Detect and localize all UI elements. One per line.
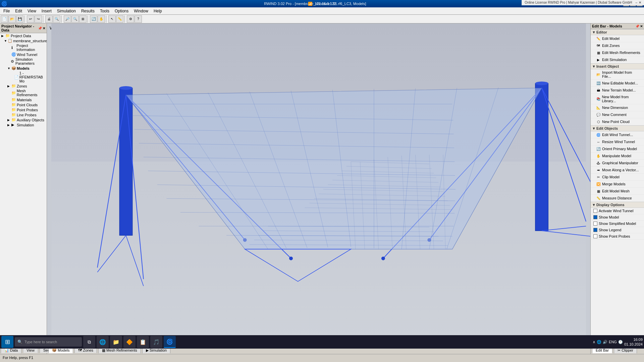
new-point-cloud-item[interactable]: ⬡ New Point Cloud [591,118,644,125]
chrome-btn[interactable]: 🔶 [123,336,136,348]
tb-zoom-out[interactable]: 🔍 [71,15,79,23]
expand-sim[interactable]: ▶ [7,123,11,127]
expand-zones[interactable]: ▶ [7,84,11,88]
tree-wind-tunnel[interactable]: 🌀 Wind Tunnel [0,52,47,57]
show-model-checkbox[interactable] [593,215,597,219]
tb-settings[interactable]: ⚙ [127,15,134,23]
tb-preview[interactable]: 🔍 [53,15,60,23]
left-panel-pin[interactable]: 📌 [38,26,42,30]
license-close[interactable]: ✕ [639,1,641,4]
tree-aux-objects[interactable]: ▶ 📁 Auxiliary Objects [0,117,47,122]
rwind-taskbar-btn[interactable]: 🌀 [164,336,176,348]
menu-file[interactable]: File [1,8,12,14]
edit-wind-tunnel-item[interactable]: 🌀 Edit Wind Tunnel... [591,131,644,138]
expand-aux[interactable]: ▶ [7,118,11,122]
tree-zones[interactable]: ▶ 📁 Zones [0,83,47,88]
tb-help[interactable]: ? [135,15,142,23]
import-model-item[interactable]: 📂 Import Model from File... [591,69,644,80]
show-model-item[interactable]: Show Model [591,214,644,221]
menu-window[interactable]: Window [131,8,151,14]
tree-point-clouds[interactable]: 📁 Point Clouds [0,102,47,107]
edit-simulation-item[interactable]: ▶ Edit Simulation [591,56,644,63]
tree-point-probes[interactable]: 📁 Point Probes [0,107,47,112]
new-terrain-item[interactable]: 🏔 New Terrain Model... [591,87,644,94]
start-button[interactable]: ⊞ [1,336,13,348]
show-simplified-item[interactable]: Show Simplified Model [591,221,644,227]
tree-mesh-refinements[interactable]: 📁 Mesh Refinements [0,88,47,97]
tree-simulation[interactable]: ▶ ▶ Simulation [0,122,47,127]
menu-view[interactable]: View [25,8,39,14]
tree-rfem-model[interactable]: 📄 1 - RFEM/RSTAB Mo [0,71,47,83]
menu-simulation[interactable]: Simulation [54,8,78,14]
tree-line-probes[interactable]: 📁 Line Probes [0,112,47,117]
expand-display[interactable]: ▼ [592,203,596,207]
tb-zoom-in[interactable]: 🔎 [64,15,71,23]
rp-close[interactable]: ✕ [640,24,643,28]
edit-zones-item[interactable]: 🗺 Edit Zones [591,42,644,49]
rp-pin[interactable]: 📌 [635,24,639,28]
new-editable-item[interactable]: 🆕 New Editable Model... [591,80,644,87]
menu-results[interactable]: Results [78,8,97,14]
activate-wind-tunnel-item[interactable]: Activate Wind Tunnel [591,208,644,214]
tree-materials[interactable]: 📁 Materials [0,97,47,102]
store-btn[interactable]: 📋 [137,336,149,348]
expand-membrane[interactable]: ▼ [4,39,7,43]
edge-btn[interactable]: 🌐 [97,336,109,348]
measure-distance-item[interactable]: 📏 Measure Distance [591,195,644,202]
expand-edit-obj[interactable]: ▼ [592,126,596,130]
tb-fit[interactable]: ⊞ [79,15,87,23]
expand-insert[interactable]: ▼ [592,64,596,68]
tb-open[interactable]: 📂 [8,15,16,23]
tree-membrane[interactable]: ▼ 📋 membrane_structure1 [0,38,47,43]
expand-editor[interactable]: ▼ [592,30,596,34]
expand-project[interactable]: ▶ [1,34,5,38]
move-vector-item[interactable]: ➡ Move Along a Vector... [591,167,644,174]
tb-save[interactable]: 💾 [16,15,23,23]
menu-options[interactable]: Options [112,8,131,14]
new-comment-item[interactable]: 💬 New Comment [591,111,644,118]
show-probes-checkbox[interactable] [593,234,597,238]
tree-project-data[interactable]: ▶ 📁 Project Data [0,33,47,38]
tb-pan[interactable]: ✋ [98,15,105,23]
edit-model-item[interactable]: ✏️ Edit Model [591,35,644,42]
tb-new[interactable]: 📄 [1,15,8,23]
task-view-btn[interactable]: ⧉ [83,336,95,348]
media-btn[interactable]: 🎵 [150,336,162,348]
tb-undo[interactable]: ↩ [27,15,34,23]
new-library-item[interactable]: 📚 New Model from Library... [591,94,644,104]
tray-up-icon[interactable]: ∧ [593,340,595,344]
edit-mesh-item[interactable]: ▦ Edit Mesh Refinements [591,49,644,56]
graphical-manipulator-item[interactable]: 🕹 Graphical Manipulator [591,160,644,167]
show-legend-item[interactable]: Show Legend [591,227,644,233]
menu-insert[interactable]: Insert [39,8,54,14]
show-legend-checkbox[interactable] [593,228,597,232]
tree-sim-params[interactable]: ⚙ Simulation Parameters [0,57,47,66]
tree-models[interactable]: ▼ 📦 Models [0,66,47,71]
clip-model-item[interactable]: ✂ Clip Model [591,174,644,181]
edit-model-mesh-item[interactable]: ▦ Edit Model Mesh [591,188,644,195]
clipper-tab-label: Clipper [622,348,633,352]
license-min[interactable]: – [635,1,637,4]
activate-wind-checkbox[interactable] [593,209,597,213]
tb-select[interactable]: ↖ [108,15,116,23]
tb-rotate[interactable]: 🔄 [90,15,97,23]
left-panel-close[interactable]: ✕ [43,26,45,30]
manipulate-model-item[interactable]: ✋ Manipulate Model [591,153,644,160]
search-placeholder[interactable]: Type here to search [24,340,57,344]
expand-models[interactable]: ▼ [7,67,11,70]
tb-redo[interactable]: ↪ [35,15,42,23]
tree-project-info[interactable]: ℹ Project Information [0,43,47,52]
file-explorer-btn[interactable]: 📁 [110,336,122,348]
show-simplified-checkbox[interactable] [593,222,597,226]
viewport[interactable]: Wind Tunnel Dimensions: Dx = 85.48 m, Dy… [47,23,590,346]
menu-edit[interactable]: Edit [12,8,25,14]
merge-models-item[interactable]: 🔀 Merge Models [591,181,644,188]
tb-measure[interactable]: 📏 [116,15,123,23]
new-dimension-item[interactable]: 📐 New Dimension [591,104,644,111]
menu-tools[interactable]: Tools [97,8,112,14]
orient-model-item[interactable]: 🔄 Orient Primary Model [591,145,644,153]
resize-wind-tunnel-item[interactable]: ↔ Resize Wind Tunnel [591,138,644,145]
show-point-probes-item[interactable]: Show Point Probes [591,233,644,240]
menu-help[interactable]: Help [151,8,165,14]
tb-print[interactable]: 🖨 [45,15,53,23]
